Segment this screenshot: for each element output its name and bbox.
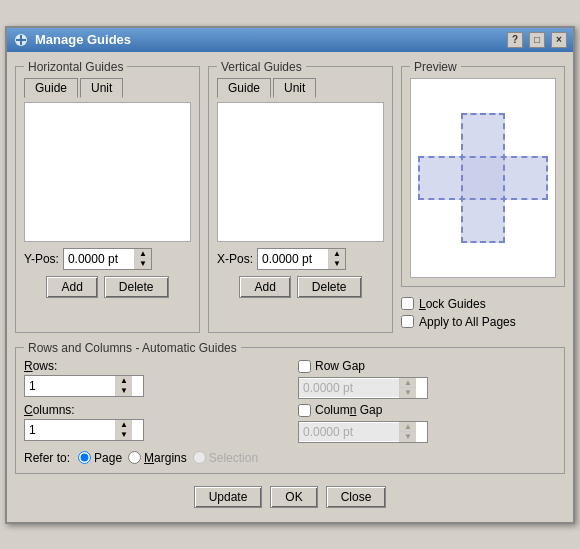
rows-input[interactable] (25, 377, 115, 395)
apply-all-label: Apply to All Pages (419, 315, 516, 329)
refer-selection-radio (193, 451, 206, 464)
row-gap-col: Row Gap ▲ ▼ (298, 359, 556, 399)
window-title: Manage Guides (35, 32, 501, 47)
v-add-button[interactable]: Add (239, 276, 290, 298)
v-pos-row: X-Pos: ▲ ▼ (217, 248, 384, 270)
refer-row: Refer to: Page Margins Selection (24, 451, 556, 465)
rows-label: Rows: (24, 359, 282, 373)
rows-spinner[interactable]: ▲ ▼ (24, 375, 144, 397)
rc-grid: Rows: ▲ ▼ Row Gap (24, 359, 556, 443)
cols-label: Columns: (24, 403, 282, 417)
lock-guides-label: Lock Guides (419, 297, 486, 311)
vertical-guides-group: Vertical Guides Guide Unit X-Pos: ▲ ▼ (208, 60, 393, 333)
xpos-spinner[interactable]: ▲ ▼ (257, 248, 346, 270)
lock-guides-checkbox[interactable] (401, 297, 414, 310)
col-gap-spin-btns: ▲ ▼ (399, 422, 416, 442)
maximize-button[interactable]: □ (529, 32, 545, 48)
row-gap-spinner: ▲ ▼ (298, 377, 428, 399)
row-gap-up-btn: ▲ (400, 378, 416, 388)
apply-all-checkbox[interactable] (401, 315, 414, 328)
xpos-label: X-Pos: (217, 252, 253, 266)
cols-spinner[interactable]: ▲ ▼ (24, 419, 144, 441)
col-gap-input (299, 423, 399, 441)
vertical-guides-legend: Vertical Guides (217, 60, 306, 74)
horizontal-guides-group: Horizontal Guides Guide Unit Y-Pos: ▲ ▼ (15, 60, 200, 333)
col-gap-spinner: ▲ ▼ (298, 421, 428, 443)
rows-cols-legend: Rows and Columns - Automatic Guides (24, 341, 241, 355)
ypos-up-btn[interactable]: ▲ (135, 249, 151, 259)
refer-selection-label: Selection (209, 451, 258, 465)
h-guide-tab-header: Guide Unit (24, 78, 191, 98)
xpos-input[interactable] (258, 250, 328, 268)
refer-selection-item: Selection (193, 451, 258, 465)
refer-radio-group: Page Margins Selection (78, 451, 258, 465)
rows-down-btn[interactable]: ▼ (116, 386, 132, 396)
close-button-bottom[interactable]: Close (326, 486, 387, 508)
apply-all-row[interactable]: Apply to All Pages (401, 315, 565, 329)
refer-page-label: Page (94, 451, 122, 465)
col-gap-col: Column Gap ▲ ▼ (298, 403, 556, 443)
xpos-down-btn[interactable]: ▼ (329, 259, 345, 269)
cross-vertical (461, 113, 505, 243)
xpos-up-btn[interactable]: ▲ (329, 249, 345, 259)
window-icon (13, 32, 29, 48)
rows-col: Rows: ▲ ▼ (24, 359, 282, 399)
update-button[interactable]: Update (194, 486, 263, 508)
right-panel: Preview Lock Guides (401, 60, 565, 333)
refer-margins-radio[interactable] (128, 451, 141, 464)
cols-col: Columns: ▲ ▼ (24, 403, 282, 443)
v-guide-list (217, 102, 384, 242)
rows-up-btn[interactable]: ▲ (116, 376, 132, 386)
row-gap-down-btn: ▼ (400, 388, 416, 398)
preview-area (410, 78, 556, 278)
cols-input[interactable] (25, 421, 115, 439)
col-gap-header: Column Gap (298, 403, 556, 419)
ok-button[interactable]: OK (270, 486, 317, 508)
v-action-btns: Add Delete (217, 276, 384, 298)
v-unit-tab[interactable]: Unit (273, 78, 316, 98)
ypos-spinner[interactable]: ▲ ▼ (63, 248, 152, 270)
col-gap-checkbox[interactable] (298, 404, 311, 417)
checkboxes-group: Lock Guides Apply to All Pages (401, 293, 565, 333)
cols-spin-btns: ▲ ▼ (115, 420, 132, 440)
h-guide-list (24, 102, 191, 242)
refer-margins-item[interactable]: Margins (128, 451, 187, 465)
preview-group: Preview (401, 60, 565, 287)
cols-down-btn[interactable]: ▼ (116, 430, 132, 440)
cols-up-btn[interactable]: ▲ (116, 420, 132, 430)
ypos-input[interactable] (64, 250, 134, 268)
row-gap-spin-btns: ▲ ▼ (399, 378, 416, 398)
v-guide-tab-header: Guide Unit (217, 78, 384, 98)
rows-cols-group: Rows and Columns - Automatic Guides Rows… (15, 341, 565, 474)
col-gap-label: Column Gap (315, 403, 382, 417)
h-pos-row: Y-Pos: ▲ ▼ (24, 248, 191, 270)
preview-cross-shape (418, 113, 548, 243)
rows-spin-btns: ▲ ▼ (115, 376, 132, 396)
lock-guides-row[interactable]: Lock Guides (401, 297, 565, 311)
h-add-button[interactable]: Add (46, 276, 97, 298)
v-delete-button[interactable]: Delete (297, 276, 362, 298)
row-gap-checkbox[interactable] (298, 360, 311, 373)
ypos-label: Y-Pos: (24, 252, 59, 266)
refer-margins-label: Margins (144, 451, 187, 465)
col-gap-up-btn: ▲ (400, 422, 416, 432)
refer-page-radio[interactable] (78, 451, 91, 464)
row-gap-label: Row Gap (315, 359, 365, 373)
bottom-buttons: Update OK Close (15, 482, 565, 514)
h-delete-button[interactable]: Delete (104, 276, 169, 298)
refer-page-item[interactable]: Page (78, 451, 122, 465)
h-unit-tab[interactable]: Unit (80, 78, 123, 98)
xpos-spin-btns: ▲ ▼ (328, 249, 345, 269)
v-guide-tab[interactable]: Guide (217, 78, 271, 98)
row-gap-header: Row Gap (298, 359, 556, 375)
horizontal-guides-legend: Horizontal Guides (24, 60, 127, 74)
titlebar: Manage Guides ? □ × (7, 28, 573, 52)
close-button[interactable]: × (551, 32, 567, 48)
help-button[interactable]: ? (507, 32, 523, 48)
preview-legend: Preview (410, 60, 461, 74)
h-guide-tab[interactable]: Guide (24, 78, 78, 98)
ypos-down-btn[interactable]: ▼ (135, 259, 151, 269)
refer-label: Refer to: (24, 451, 70, 465)
h-action-btns: Add Delete (24, 276, 191, 298)
ypos-spin-btns: ▲ ▼ (134, 249, 151, 269)
